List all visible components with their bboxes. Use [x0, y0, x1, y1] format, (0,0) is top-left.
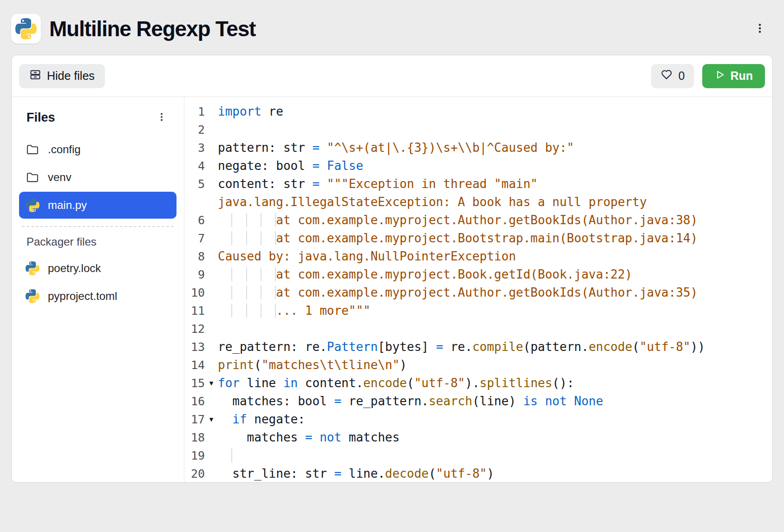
- fold-spacer: [205, 356, 218, 374]
- code-text: [218, 121, 772, 139]
- code-text: pattern: str = "^\s+(at|\.{3})\s+\\b|^Ca…: [218, 139, 772, 157]
- code-text: if negate:: [218, 410, 772, 428]
- fold-spacer: [205, 175, 218, 193]
- sidebar-item-poetry-lock[interactable]: poetry.lock: [19, 255, 176, 282]
- run-button[interactable]: Run: [702, 64, 765, 88]
- sidebar-divider: [22, 226, 174, 227]
- workspace-body: Files .configvenvmain.py Packager files …: [12, 97, 772, 482]
- line-number: 8: [184, 247, 205, 266]
- file-list: .configvenvmain.py: [19, 136, 176, 219]
- line-number: 2: [184, 121, 205, 139]
- code-text: matches = not matches: [218, 428, 772, 447]
- code-line[interactable]: 17▼ if negate:: [184, 410, 772, 428]
- fold-spacer: [205, 320, 218, 338]
- code-line[interactable]: 19: [184, 447, 772, 465]
- fold-spacer: [205, 465, 218, 482]
- packager-file-list: poetry.lockpyproject.toml: [19, 255, 176, 310]
- code-line[interactable]: 5content: str = """Exception in thread "…: [184, 175, 772, 193]
- code-text: Caused by: java.lang.NullPointerExceptio…: [218, 247, 772, 266]
- folder-icon: [26, 143, 39, 156]
- run-label: Run: [730, 69, 753, 83]
- line-number: 19: [184, 447, 205, 465]
- sidebar-item-venv[interactable]: venv: [19, 164, 176, 191]
- fold-spacer: [205, 139, 218, 157]
- fold-arrow-icon[interactable]: ▼: [205, 410, 218, 428]
- python-icon: [26, 261, 39, 275]
- fold-spacer: [205, 284, 218, 302]
- code-line[interactable]: 9 at com.example.myproject.Book.getId(Bo…: [184, 266, 772, 284]
- code-line[interactable]: 7 at com.example.myproject.Bootstrap.mai…: [184, 229, 772, 247]
- code-line[interactable]: 14print("matches\t\tline\n"): [184, 356, 772, 374]
- code-text: at com.example.myproject.Author.getBookI…: [218, 284, 772, 302]
- code-text: at com.example.myproject.Book.getId(Book…: [218, 266, 772, 284]
- code-line[interactable]: 1import re: [184, 103, 772, 121]
- kebab-menu-icon: [754, 22, 766, 36]
- folder-icon: [26, 170, 39, 184]
- code-line[interactable]: 8Caused by: java.lang.NullPointerExcepti…: [184, 247, 772, 266]
- code-text: print("matches\t\tline\n"): [218, 356, 772, 374]
- code-line[interactable]: 11 ... 1 more""": [184, 302, 772, 320]
- python-icon: [26, 289, 39, 303]
- code-text: at com.example.myproject.Author.getBookI…: [218, 211, 772, 229]
- file-label: pyproject.toml: [48, 290, 117, 303]
- line-number: 17: [184, 410, 205, 428]
- fold-spacer: [205, 157, 218, 175]
- toolbar-right: 0 Run: [651, 64, 765, 88]
- code-line[interactable]: 6 at com.example.myproject.Author.getBoo…: [184, 211, 772, 229]
- code-line[interactable]: 20 str_line: str = line.decode("utf-8"): [184, 465, 772, 482]
- line-number: 11: [184, 302, 205, 320]
- code-text: java.lang.IllegalStateException: A book …: [218, 193, 772, 211]
- sidebar-item-main-py[interactable]: main.py: [19, 192, 176, 219]
- code-line[interactable]: 2: [184, 121, 772, 139]
- workspace-panel: Hide files 0 Run: [11, 55, 773, 483]
- hide-files-button[interactable]: Hide files: [19, 64, 105, 88]
- code-line[interactable]: 3pattern: str = "^\s+(at|\.{3})\s+\\b|^C…: [184, 139, 772, 157]
- header-menu-button[interactable]: [750, 19, 770, 39]
- app-header: Multiline Regexp Test: [11, 6, 773, 51]
- fold-spacer: [205, 247, 218, 266]
- fold-spacer: [205, 229, 218, 247]
- likes-count: 0: [678, 69, 685, 83]
- code-line[interactable]: java.lang.IllegalStateException: A book …: [184, 193, 772, 211]
- line-number: 9: [184, 266, 205, 284]
- files-menu-button[interactable]: [153, 109, 170, 126]
- fold-spacer: [205, 211, 218, 229]
- file-label: venv: [48, 171, 72, 184]
- line-number: 12: [184, 320, 205, 338]
- code-line[interactable]: 16 matches: bool = re_pattern.search(lin…: [184, 392, 772, 410]
- heart-icon: [660, 69, 673, 84]
- code-line[interactable]: 15▼for line in content.encode("utf-8").s…: [184, 374, 772, 392]
- line-number: 7: [184, 229, 205, 247]
- code-text: negate: bool = False: [218, 157, 772, 175]
- code-line[interactable]: 4negate: bool = False: [184, 157, 772, 175]
- files-drawer-icon: [29, 69, 41, 84]
- sidebar-item-config[interactable]: .config: [19, 136, 176, 163]
- code-line[interactable]: 13re_pattern: re.Pattern[bytes] = re.com…: [184, 338, 772, 356]
- likes-counter[interactable]: 0: [651, 64, 694, 88]
- line-number: 10: [184, 284, 205, 302]
- files-header-row: Files: [19, 109, 176, 126]
- code-text: for line in content.encode("utf-8").spli…: [218, 374, 772, 392]
- sidebar-item-pyproject-toml[interactable]: pyproject.toml: [19, 283, 176, 310]
- fold-spacer: [205, 392, 218, 410]
- line-number: 1: [184, 103, 205, 121]
- code-line[interactable]: 18 matches = not matches: [184, 428, 772, 447]
- line-number: 6: [184, 211, 205, 229]
- code-text: content: str = """Exception in thread "m…: [218, 175, 772, 193]
- page-title: Multiline Regexp Test: [49, 16, 255, 41]
- fold-spacer: [205, 302, 218, 320]
- file-sidebar: Files .configvenvmain.py Packager files …: [12, 97, 184, 482]
- line-number: 5: [184, 175, 205, 193]
- fold-spacer: [205, 428, 218, 447]
- packager-files-heading: Packager files: [19, 235, 176, 248]
- code-line[interactable]: 10 at com.example.myproject.Author.getBo…: [184, 284, 772, 302]
- line-number: 20: [184, 465, 205, 482]
- line-number: 16: [184, 392, 205, 410]
- code-text: [218, 320, 772, 338]
- fold-spacer: [205, 103, 218, 121]
- fold-arrow-icon[interactable]: ▼: [205, 374, 218, 392]
- fold-spacer: [205, 121, 218, 139]
- code-editor[interactable]: 1import re23pattern: str = "^\s+(at|\.{3…: [184, 97, 772, 482]
- code-line[interactable]: 12: [184, 320, 772, 338]
- code-lines: 1import re23pattern: str = "^\s+(at|\.{3…: [184, 103, 772, 482]
